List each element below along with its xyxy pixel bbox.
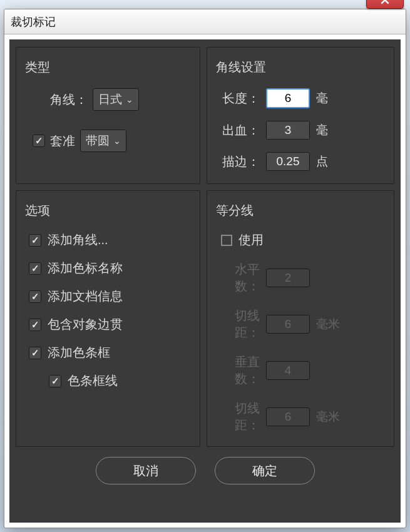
option-label: 添加角线... xyxy=(48,232,108,248)
option-include-bounds-checkbox[interactable] xyxy=(29,319,41,331)
division-title: 等分线 xyxy=(216,202,385,219)
v-gap-label: 切线距： xyxy=(216,400,260,434)
corner-style-value: 日式 xyxy=(98,91,122,108)
option-label: 添加色条框 xyxy=(48,344,110,361)
h-gap-label: 切线距： xyxy=(216,307,260,341)
option-add-color-bar-checkbox[interactable] xyxy=(29,347,41,359)
corner-settings-title: 角线设置 xyxy=(216,59,385,76)
registration-style-select[interactable]: 带圆 ⌄ xyxy=(80,130,126,152)
option-label: 添加色标名称 xyxy=(48,260,123,277)
option-color-bar-line: 色条框线 xyxy=(49,372,191,389)
option-add-swatch-name-checkbox[interactable] xyxy=(29,262,41,275)
titlebar: 裁切标记 xyxy=(4,9,406,34)
dialog-window: 裁切标记 类型 角线： 日式 ⌄ 套准 带圆 xyxy=(4,9,406,528)
v-gap-input xyxy=(266,407,310,426)
type-title: 类型 xyxy=(25,59,191,76)
stroke-input[interactable] xyxy=(266,152,310,171)
option-color-bar-line-checkbox[interactable] xyxy=(49,375,61,387)
corner-label: 角线： xyxy=(38,91,88,108)
option-label: 添加文档信息 xyxy=(48,288,123,305)
bleed-unit: 毫 xyxy=(316,122,334,138)
cancel-label: 取消 xyxy=(133,463,158,479)
h-count-label: 水平数： xyxy=(216,261,260,295)
option-add-corner: 添加角线... xyxy=(29,232,191,248)
h-gap-input xyxy=(266,315,310,334)
options-title: 选项 xyxy=(25,202,191,219)
v-count-input xyxy=(266,361,310,380)
options-panel: 选项 添加角线... 添加色标名称 添加文档信息 xyxy=(16,190,200,447)
v-gap-unit: 毫米 xyxy=(316,409,340,425)
stroke-label: 描边： xyxy=(216,153,260,170)
bleed-label: 出血： xyxy=(216,122,260,139)
use-division-label: 使用 xyxy=(238,232,264,248)
length-label: 长度： xyxy=(216,90,260,107)
registration-label: 套准 xyxy=(50,133,75,150)
registration-checkbox[interactable] xyxy=(33,135,45,147)
division-panel: 等分线 使用 水平数： 切线距： 毫米 垂直数： xyxy=(207,190,394,447)
option-label: 色条框线 xyxy=(68,372,118,389)
options-list: 添加角线... 添加色标名称 添加文档信息 包含对象边贯 xyxy=(25,232,191,389)
ok-button[interactable]: 确定 xyxy=(215,457,315,484)
option-label: 包含对象边贯 xyxy=(48,316,123,333)
h-count-input xyxy=(266,269,310,287)
chevron-down-icon: ⌄ xyxy=(113,136,121,146)
button-row: 取消 确定 xyxy=(16,457,394,484)
option-include-bounds: 包含对象边贯 xyxy=(29,316,191,333)
option-add-doc-info: 添加文档信息 xyxy=(29,288,191,305)
option-add-color-bar: 添加色条框 xyxy=(29,344,191,361)
type-panel: 类型 角线： 日式 ⌄ 套准 带圆 ⌄ xyxy=(16,47,200,184)
option-add-corner-checkbox[interactable] xyxy=(29,234,41,247)
cancel-button[interactable]: 取消 xyxy=(96,457,196,484)
registration-style-value: 带圆 xyxy=(86,133,110,149)
bleed-input[interactable] xyxy=(266,121,310,140)
corner-style-select[interactable]: 日式 ⌄ xyxy=(93,88,139,111)
h-gap-unit: 毫米 xyxy=(316,316,340,332)
chevron-down-icon: ⌄ xyxy=(126,95,133,105)
use-division-checkbox[interactable] xyxy=(221,235,232,246)
option-add-swatch-name: 添加色标名称 xyxy=(29,260,191,277)
option-add-doc-info-checkbox[interactable] xyxy=(29,290,41,303)
ok-label: 确定 xyxy=(252,463,277,479)
v-count-label: 垂直数： xyxy=(216,354,260,387)
length-input[interactable] xyxy=(266,88,310,108)
length-unit: 毫 xyxy=(316,90,334,106)
dialog-content: 类型 角线： 日式 ⌄ 套准 带圆 ⌄ xyxy=(9,39,401,523)
corner-settings-panel: 角线设置 长度： 毫 出血： 毫 描边： 点 xyxy=(207,47,394,184)
window-title: 裁切标记 xyxy=(11,14,56,29)
stroke-unit: 点 xyxy=(316,153,334,170)
